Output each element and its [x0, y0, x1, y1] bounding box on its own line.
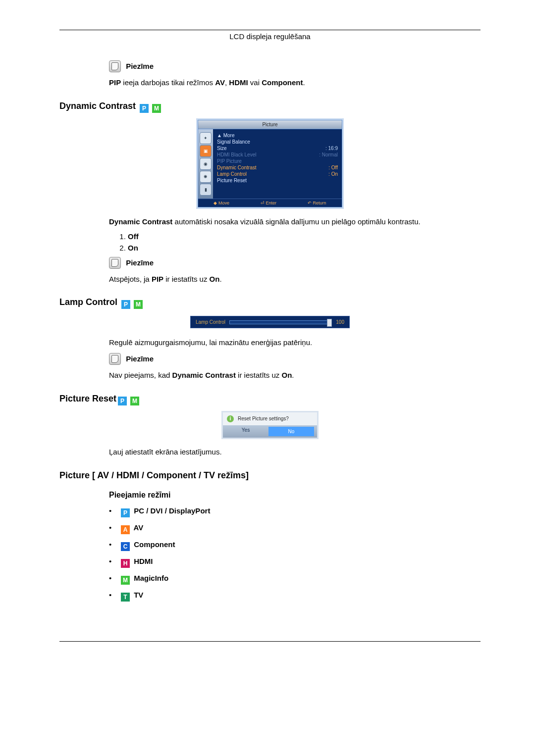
badge-m-icon: M [134, 300, 143, 309]
note-text: PIP ieeja darbojas tikai režīmos AV, HDM… [109, 77, 481, 88]
osd-yes: Yes [223, 425, 268, 438]
badge-m-icon: M [121, 576, 130, 585]
heading-lamp-control: Lamp Control PM [59, 297, 481, 309]
note-row: Piezīme [109, 353, 481, 365]
badge-p-icon: P [118, 397, 127, 405]
lamp-note-text: Nav pieejams, kad Dynamic Contrast ir ie… [109, 370, 481, 381]
badge-p-icon: P [121, 508, 130, 517]
note-label: Piezīme [126, 354, 154, 363]
list-item: Off [128, 232, 481, 241]
badge-t-icon: T [121, 593, 130, 602]
note-label: Piezīme [126, 258, 154, 267]
reset-desc: Ļauj atiestatīt ekrāna iestatījumus. [109, 447, 481, 457]
note-label: Piezīme [126, 62, 154, 70]
osd-title: Picture [198, 120, 342, 129]
list-item: On [128, 244, 481, 252]
note-row: Piezīme [109, 60, 481, 72]
modes-list: P PC / DVI / DisplayPort A AV C Componen… [109, 506, 481, 602]
badge-a-icon: A [121, 525, 130, 534]
dc-description: Dynamic Contrast automātiski nosaka vizu… [109, 216, 481, 227]
note-row: Piezīme [109, 257, 481, 269]
osd-lamp-value: 100 [336, 319, 344, 325]
list-item: A AV [109, 523, 481, 534]
dc-options-list: Off On [119, 232, 481, 252]
note-icon [109, 353, 121, 365]
heading-picture-modes: Picture [ AV / HDMI / Component / TV rež… [59, 470, 481, 481]
badge-p-icon: P [121, 300, 130, 309]
badge-m-icon: M [152, 104, 161, 113]
osd-menu: ▲ More Signal Balance Size: 16:9 HDMI Bl… [213, 129, 342, 199]
list-item: T TV [109, 591, 481, 602]
list-item: H HDMI [109, 557, 481, 568]
badge-h-icon: H [121, 559, 130, 568]
page-header: LCD displeja regulēšana [59, 32, 481, 41]
list-item: P PC / DVI / DisplayPort [109, 506, 481, 517]
badge-p-icon: P [140, 104, 149, 113]
subheading-available-modes: Pieejamie režīmi [109, 491, 481, 500]
lamp-desc: Regulē aizmugurgaismojumu, lai mazinātu … [109, 337, 481, 348]
osd-reset-screenshot: i Reset Picture settings? Yes No [59, 412, 481, 438]
list-item: M MagicInfo [109, 574, 481, 585]
list-item: C Component [109, 540, 481, 551]
badge-m-icon: M [130, 397, 139, 405]
info-icon: i [227, 415, 234, 422]
heading-dynamic-contrast: Dynamic Contrast PM [59, 101, 481, 113]
note-icon [109, 257, 121, 269]
osd-lamp-screenshot: Lamp Control 100 [59, 316, 481, 328]
osd-reset-question: Reset Picture settings? [238, 416, 289, 421]
osd-picture-screenshot: Picture ✦▣◉✺▮ ▲ More Signal Balance Size… [59, 120, 481, 207]
osd-sidebar: ✦▣◉✺▮ [198, 129, 213, 199]
osd-lamp-label: Lamp Control [196, 319, 225, 325]
badge-c-icon: C [121, 542, 130, 551]
osd-no: No [268, 427, 314, 436]
note-icon [109, 60, 121, 72]
dc-note-text: Atspējots, ja PIP ir iestatīts uz On. [109, 274, 481, 285]
heading-picture-reset: Picture ResetPM [59, 394, 481, 405]
